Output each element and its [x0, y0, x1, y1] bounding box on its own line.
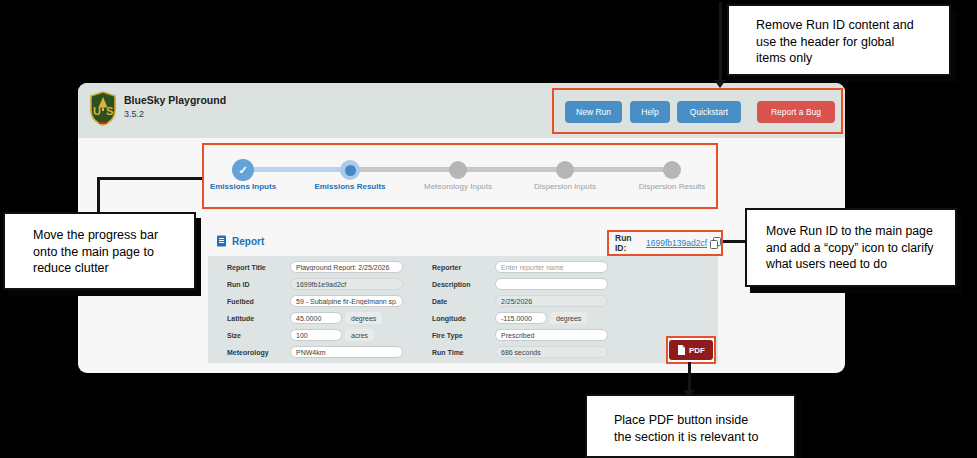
date-input	[495, 295, 608, 307]
fire-type-input[interactable]	[495, 329, 608, 341]
annotation-note-progress-bar: Move the progress bar onto the main page…	[3, 212, 196, 290]
connector-top-arrowhead	[714, 80, 726, 88]
form-row: Report Title	[227, 261, 403, 273]
step-emissions-inputs[interactable]: ✓	[232, 159, 254, 181]
step-meteorology-inputs[interactable]	[449, 161, 467, 179]
pdf-button-label: PDF	[689, 346, 705, 355]
report-section-title: Report	[232, 236, 264, 247]
annotation-note-pdf-text: Place PDF button inside the section it i…	[614, 412, 788, 445]
annotation-note-run-id: Move Run ID to the main page and add a “…	[745, 208, 957, 287]
latitude-input[interactable]	[290, 312, 342, 324]
form-row: Run ID	[227, 278, 403, 290]
pdf-file-icon	[677, 345, 685, 355]
report-title-label: Report Title	[227, 264, 290, 271]
app-title: BlueSky Playground	[124, 94, 226, 106]
usfs-shield-logo-icon: U S	[88, 91, 118, 127]
report-a-bug-button[interactable]: Report a Bug	[757, 101, 835, 123]
annotation-highlight-pdf-button: PDF	[666, 336, 716, 364]
date-label: Date	[432, 298, 495, 305]
meteorology-label: Meteorology	[227, 349, 290, 356]
copy-icon	[710, 237, 721, 249]
description-label: Description	[432, 281, 495, 288]
size-label: Size	[227, 332, 290, 339]
connector-top-note	[719, 2, 722, 82]
progress-line-3	[458, 167, 565, 172]
connector-left-note-vertical	[97, 177, 100, 213]
help-button[interactable]: Help	[630, 101, 670, 123]
report-title-input[interactable]	[290, 261, 403, 273]
run-time-label: Run Time	[432, 349, 495, 356]
annotation-highlight-run-id: Run ID: 1699fb139ad2cf	[607, 230, 723, 256]
current-step-dot	[345, 165, 356, 176]
step-label-emissions-inputs[interactable]: Emissions Inputs	[203, 182, 283, 192]
copy-run-id-button[interactable]	[710, 237, 721, 249]
annotation-note-run-id-text: Move Run ID to the main page and add a “…	[766, 223, 951, 273]
step-label-meteorology-inputs[interactable]: Meteorology Inputs	[418, 182, 498, 192]
new-run-button[interactable]: New Run	[565, 101, 622, 123]
latitude-label: Latitude	[227, 315, 290, 322]
run-id-label: Run ID:	[615, 233, 643, 253]
quickstart-button[interactable]: Quickstart	[677, 101, 741, 123]
run-id-field-label: Run ID	[227, 281, 290, 288]
form-row: Fire Type	[432, 329, 608, 341]
description-input[interactable]	[495, 278, 608, 290]
form-row: Date	[432, 295, 608, 307]
form-row: Size acres	[227, 329, 374, 341]
annotation-note-header: Remove Run ID content and use the header…	[727, 4, 951, 76]
app-version: 3.5.2	[124, 109, 144, 119]
size-input[interactable]	[290, 329, 342, 341]
reporter-label: Reporter	[432, 264, 495, 271]
form-row: Longitude degrees	[432, 312, 587, 324]
annotation-note-progress-text: Move the progress bar onto the main page…	[33, 227, 188, 277]
form-row: Meteorology	[227, 346, 403, 358]
longitude-label: Longitude	[432, 315, 495, 322]
run-id-link[interactable]: 1699fb139ad2cf	[646, 238, 707, 248]
longitude-unit-chip: degrees	[550, 312, 587, 324]
fire-type-label: Fire Type	[432, 332, 495, 339]
form-row: Description	[432, 278, 608, 290]
form-row: Run Time	[432, 346, 608, 358]
step-label-dispersion-results[interactable]: Dispersion Results	[632, 182, 712, 192]
longitude-input[interactable]	[495, 312, 547, 324]
design-canvas: U S BlueSky Playground 3.5.2 New Run Hel…	[0, 0, 977, 458]
connector-right-note	[723, 240, 746, 243]
step-dispersion-results[interactable]	[663, 161, 681, 179]
report-section-header: Report	[216, 235, 264, 247]
step-label-dispersion-inputs[interactable]: Dispersion Inputs	[525, 182, 605, 192]
progress-line-4	[565, 167, 672, 172]
step-label-emissions-results[interactable]: Emissions Results	[310, 182, 390, 192]
fuelbed-label: Fuelbed	[227, 298, 290, 305]
pdf-button[interactable]: PDF	[669, 340, 713, 360]
progress-line-2	[350, 167, 458, 172]
step-emissions-results[interactable]	[340, 160, 360, 180]
form-row: Latitude degrees	[227, 312, 382, 324]
annotation-note-pdf: Place PDF button inside the section it i…	[585, 394, 796, 458]
step-dispersion-inputs[interactable]	[556, 161, 574, 179]
progress-line-1	[243, 167, 350, 172]
connector-left-note-horizontal	[97, 177, 202, 180]
size-unit-chip: acres	[345, 329, 374, 341]
annotation-note-header-text: Remove Run ID content and use the header…	[756, 17, 941, 67]
reporter-input[interactable]	[495, 261, 608, 273]
form-row: Reporter	[432, 261, 608, 273]
report-form-panel: Report Title Run ID Fuelbed Latitude deg…	[208, 256, 718, 363]
latitude-unit-chip: degrees	[345, 312, 382, 324]
meteorology-input[interactable]	[290, 346, 403, 358]
fuelbed-select[interactable]	[290, 295, 403, 307]
form-row: Fuelbed	[227, 295, 403, 307]
run-time-input	[495, 346, 608, 358]
run-id-input	[290, 278, 403, 290]
check-icon: ✓	[238, 164, 247, 177]
report-document-icon	[216, 235, 227, 247]
